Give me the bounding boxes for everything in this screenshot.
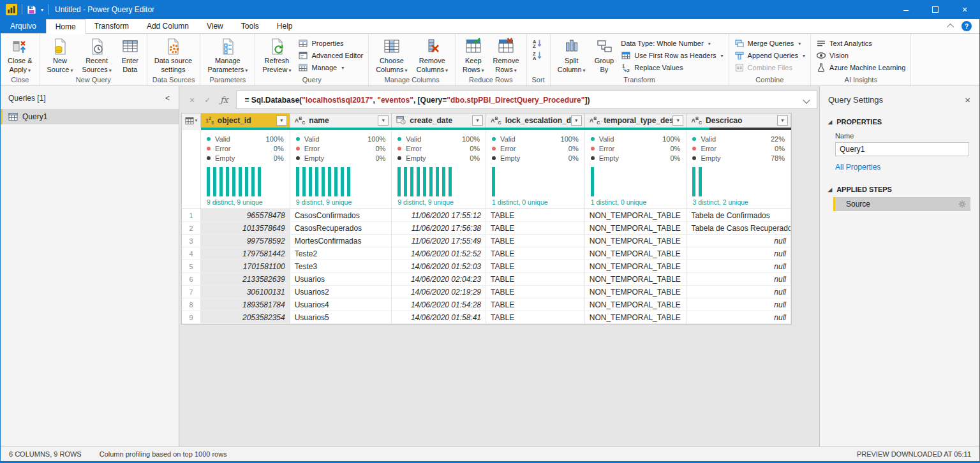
profiling-note[interactable]: Column profiling based on top 1000 rows: [100, 450, 227, 458]
append-queries-button[interactable]: Append Queries▾: [732, 50, 808, 61]
cell-Descricao[interactable]: null: [687, 235, 791, 247]
step-settings-gear-icon[interactable]: [958, 200, 966, 208]
cell-name[interactable]: Teste2: [290, 247, 392, 260]
query-list-item[interactable]: Query1: [1, 109, 179, 124]
column-filter-button[interactable]: ▾: [777, 115, 788, 126]
cell-object_id[interactable]: 2053582354: [201, 311, 290, 323]
cell-object_id[interactable]: 2133582639: [201, 273, 290, 285]
cell-object_id[interactable]: 965578478: [201, 209, 290, 221]
cell-create_date[interactable]: 14/06/2020 01:52:52: [392, 247, 486, 260]
collapse-queries-panel-icon[interactable]: <: [165, 94, 170, 103]
column-filter-button[interactable]: ▾: [571, 115, 582, 126]
maximize-button[interactable]: [921, 0, 950, 19]
cell-lock_escalation_desc[interactable]: TABLE: [486, 286, 585, 298]
cell-Descricao[interactable]: null: [687, 273, 791, 285]
cell-name[interactable]: Usuarios2: [290, 286, 392, 298]
advanced-editor-button[interactable]: Advanced Editor: [296, 50, 365, 61]
column-filter-button[interactable]: ▾: [378, 115, 389, 126]
applied-steps-section-header[interactable]: ◢ APPLIED STEPS: [820, 183, 979, 195]
file-menu-tab[interactable]: Arquivo: [1, 19, 46, 33]
text-analytics-button[interactable]: Text Analytics: [814, 38, 907, 49]
sort-ascending-button[interactable]: AZ: [530, 38, 544, 49]
new-source-button[interactable]: NewSource▾: [43, 36, 77, 76]
column-filter-button[interactable]: ▾: [672, 115, 683, 126]
column-header-lock_escalation_desc[interactable]: ABClock_escalation_desc▾: [486, 114, 585, 128]
cell-name[interactable]: MortesConfirmadas: [290, 235, 392, 247]
choose-columns-button[interactable]: ChooseColumns▾: [372, 36, 411, 76]
cell-lock_escalation_desc[interactable]: TABLE: [486, 209, 585, 221]
cell-object_id[interactable]: 1701581100: [201, 260, 290, 272]
manage-button[interactable]: Manage▾: [296, 62, 365, 73]
column-header-object_id[interactable]: 123object_id▾: [201, 114, 290, 128]
cell-create_date[interactable]: 11/06/2020 17:55:49: [392, 235, 486, 247]
cell-create_date[interactable]: 11/06/2020 17:56:38: [392, 222, 486, 234]
cell-temporal_type_desc[interactable]: NON_TEMPORAL_TABLE: [585, 260, 687, 272]
cell-create_date[interactable]: 14/06/2020 01:58:41: [392, 311, 486, 323]
cell-lock_escalation_desc[interactable]: TABLE: [486, 235, 585, 247]
cell-lock_escalation_desc[interactable]: TABLE: [486, 273, 585, 285]
cell-temporal_type_desc[interactable]: NON_TEMPORAL_TABLE: [585, 247, 687, 260]
cell-object_id[interactable]: 1013578649: [201, 222, 290, 234]
cell-create_date[interactable]: 14/06/2020 02:19:29: [392, 286, 486, 298]
formula-commit-icon[interactable]: ✓: [204, 96, 211, 105]
cell-lock_escalation_desc[interactable]: TABLE: [486, 311, 585, 323]
cell-name[interactable]: Usuarios5: [290, 311, 392, 323]
minimize-button[interactable]: –: [891, 0, 921, 19]
close-button[interactable]: ×: [950, 0, 979, 19]
remove-columns-button[interactable]: RemoveColumns▾: [413, 36, 452, 76]
formula-cancel-icon[interactable]: ×: [189, 95, 195, 105]
properties-section-header[interactable]: ◢ PROPERTIES: [820, 115, 979, 127]
cell-lock_escalation_desc[interactable]: TABLE: [486, 260, 585, 272]
cell-temporal_type_desc[interactable]: NON_TEMPORAL_TABLE: [585, 273, 687, 285]
data-source-settings-button[interactable]: Data sourcesettings: [151, 36, 196, 76]
help-icon[interactable]: ?: [961, 21, 972, 31]
cell-object_id[interactable]: 997578592: [201, 235, 290, 247]
tab-transform[interactable]: Transform: [85, 19, 138, 33]
cell-name[interactable]: Usuarios4: [290, 298, 392, 311]
cell-lock_escalation_desc[interactable]: TABLE: [486, 222, 585, 234]
formula-input[interactable]: = Sql.Database("localhost\sql2017", "eve…: [236, 91, 817, 109]
table-corner-cell[interactable]: ▾: [182, 114, 201, 128]
data-type-button[interactable]: Data Type: Whole Number▾: [619, 38, 725, 49]
tab-home[interactable]: Home: [46, 19, 85, 34]
cell-object_id[interactable]: 1797581442: [201, 247, 290, 260]
cell-create_date[interactable]: 14/06/2020 02:04:23: [392, 273, 486, 285]
recent-sources-button[interactable]: RecentSources▾: [78, 36, 115, 76]
formula-dropdown-icon[interactable]: [803, 96, 810, 103]
quick-access-dropdown-icon[interactable]: ▾: [41, 7, 43, 13]
enter-data-button[interactable]: EnterData: [117, 36, 144, 76]
cell-temporal_type_desc[interactable]: NON_TEMPORAL_TABLE: [585, 209, 687, 221]
column-filter-button[interactable]: ▾: [472, 115, 483, 126]
cell-name[interactable]: Teste3: [290, 260, 392, 272]
tab-tools[interactable]: Tools: [232, 19, 268, 33]
merge-queries-button[interactable]: Merge Queries▾: [732, 38, 808, 49]
cell-create_date[interactable]: 14/06/2020 01:52:03: [392, 260, 486, 272]
column-header-create_date[interactable]: create_date▾: [392, 114, 486, 128]
save-icon[interactable]: [27, 5, 36, 15]
tab-help[interactable]: Help: [268, 19, 302, 33]
cell-object_id[interactable]: 1893581784: [201, 298, 290, 311]
column-filter-button[interactable]: ▾: [276, 115, 287, 126]
column-header-name[interactable]: ABCname▾: [290, 114, 392, 128]
cell-Descricao[interactable]: null: [687, 298, 791, 311]
vision-button[interactable]: Vision: [814, 50, 907, 61]
cell-temporal_type_desc[interactable]: NON_TEMPORAL_TABLE: [585, 311, 687, 323]
close-apply-button[interactable]: Close &Apply▾: [4, 36, 36, 76]
azure-machine-learning-button[interactable]: Azure Machine Learning: [814, 62, 907, 73]
split-column-button[interactable]: SplitColumn▾: [554, 36, 590, 76]
sort-descending-button[interactable]: ZA: [530, 50, 544, 61]
cell-create_date[interactable]: 11/06/2020 17:55:12: [392, 209, 486, 221]
cell-temporal_type_desc[interactable]: NON_TEMPORAL_TABLE: [585, 298, 687, 311]
replace-values-button[interactable]: 12Replace Values: [619, 62, 725, 73]
cell-Descricao[interactable]: Tabela de Confirmados: [687, 209, 791, 221]
cell-create_date[interactable]: 14/06/2020 01:54:28: [392, 298, 486, 311]
column-header-Descricao[interactable]: ABCDescricao▾: [687, 114, 791, 128]
cell-name[interactable]: Usuarios: [290, 273, 392, 285]
cell-temporal_type_desc[interactable]: NON_TEMPORAL_TABLE: [585, 222, 687, 234]
cell-name[interactable]: CasosRecuperados: [290, 222, 392, 234]
cell-name[interactable]: CasosConfirmados: [290, 209, 392, 221]
collapse-ribbon-icon[interactable]: [947, 24, 954, 31]
use-first-row-as-headers-button[interactable]: Use First Row as Headers▾: [619, 50, 725, 61]
cell-Descricao[interactable]: null: [687, 286, 791, 298]
cell-Descricao[interactable]: null: [687, 247, 791, 260]
